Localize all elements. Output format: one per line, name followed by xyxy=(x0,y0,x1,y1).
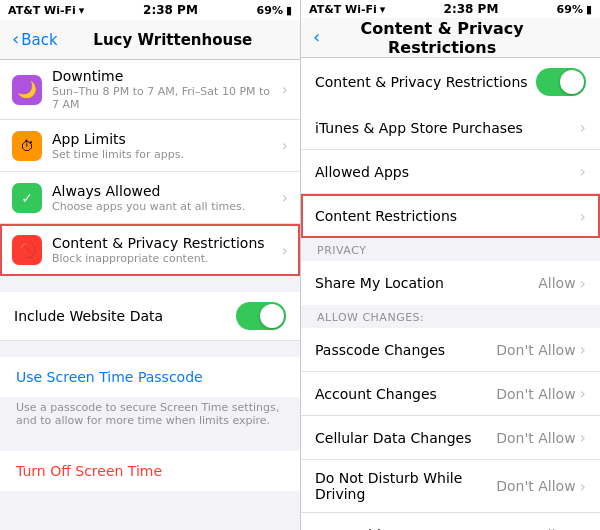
right-nav-bar: ‹ Content & Privacy Restrictions xyxy=(301,18,600,58)
left-time: 2:38 PM xyxy=(143,3,198,17)
always-allowed-icon: ✓ xyxy=(12,183,42,213)
right-wifi-icon: ▾ xyxy=(380,3,386,16)
passcode-description: Use a passcode to secure Screen Time set… xyxy=(0,397,300,435)
content-privacy-subtitle: Block inappropriate content. xyxy=(52,252,276,265)
left-status-right: 69% ▮ xyxy=(257,4,292,17)
passcode-changes-chevron-icon: › xyxy=(580,340,586,359)
right-back-arrow-icon: ‹ xyxy=(313,28,320,46)
account-changes-row[interactable]: Account Changes Don't Allow › xyxy=(301,372,600,416)
share-location-row[interactable]: Share My Location Allow › xyxy=(301,261,600,305)
allowed-apps-row[interactable]: Allowed Apps › xyxy=(301,150,600,194)
share-location-chevron-icon: › xyxy=(580,274,586,293)
allow-changes-header: ALLOW CHANGES: xyxy=(301,305,600,328)
right-time: 2:38 PM xyxy=(444,2,499,16)
spacer3 xyxy=(0,435,300,451)
do-not-disturb-label: Do Not Disturb While Driving xyxy=(315,470,496,502)
cellular-data-value: Don't Allow xyxy=(496,430,575,446)
content-privacy-toggle[interactable] xyxy=(536,68,586,96)
allowed-apps-label: Allowed Apps xyxy=(315,164,580,180)
left-panel: AT&T Wi-Fi ▾ 2:38 PM 69% ▮ ‹ Back Lucy W… xyxy=(0,0,300,530)
left-back-button[interactable]: ‹ Back xyxy=(12,31,58,49)
content-restrictions-chevron-icon: › xyxy=(580,207,586,226)
always-allowed-content: Always Allowed Choose apps you want at a… xyxy=(52,183,276,213)
right-status-bar: AT&T Wi-Fi ▾ 2:38 PM 69% ▮ xyxy=(301,0,600,18)
downtime-subtitle: Sun–Thu 8 PM to 7 AM, Fri–Sat 10 PM to 7… xyxy=(52,85,276,111)
passcode-changes-value: Don't Allow xyxy=(496,342,575,358)
right-battery: 69% xyxy=(557,3,583,16)
right-back-button[interactable]: ‹ xyxy=(313,29,320,46)
app-limits-content: App Limits Set time limits for apps. xyxy=(52,131,276,161)
include-website-thumb xyxy=(260,304,284,328)
account-changes-label: Account Changes xyxy=(315,386,496,402)
left-back-label[interactable]: Back xyxy=(21,31,57,49)
content-privacy-toggle-row[interactable]: Content & Privacy Restrictions xyxy=(301,58,600,106)
app-limits-title: App Limits xyxy=(52,131,276,147)
right-top-toggle-section: Content & Privacy Restrictions xyxy=(301,58,600,106)
app-limits-icon: ⏱ xyxy=(12,131,42,161)
include-website-data-row[interactable]: Include Website Data xyxy=(0,292,300,341)
itunes-purchases-label: iTunes & App Store Purchases xyxy=(315,120,580,136)
left-wifi-icon: ▾ xyxy=(79,4,85,17)
left-status-left: AT&T Wi-Fi ▾ xyxy=(8,4,84,17)
always-allowed-row[interactable]: ✓ Always Allowed Choose apps you want at… xyxy=(0,172,300,224)
right-carrier: AT&T Wi-Fi xyxy=(309,3,377,16)
turn-off-link[interactable]: Turn Off Screen Time xyxy=(0,451,300,491)
app-limits-chevron-icon: › xyxy=(282,136,288,155)
left-battery-icon: ▮ xyxy=(286,4,292,17)
privacy-header: PRIVACY xyxy=(301,238,600,261)
cellular-data-row[interactable]: Cellular Data Changes Don't Allow › xyxy=(301,416,600,460)
tv-provider-chevron-icon: › xyxy=(580,526,586,531)
passcode-changes-row[interactable]: Passcode Changes Don't Allow › xyxy=(301,328,600,372)
downtime-title: Downtime xyxy=(52,68,276,84)
right-nav-title: Content & Privacy Restrictions xyxy=(320,19,564,57)
include-website-toggle[interactable] xyxy=(236,302,286,330)
do-not-disturb-value: Don't Allow xyxy=(496,478,575,494)
app-limits-subtitle: Set time limits for apps. xyxy=(52,148,276,161)
allowed-apps-chevron-icon: › xyxy=(580,162,586,181)
content-restrictions-row[interactable]: Content Restrictions › xyxy=(301,194,600,238)
right-battery-icon: ▮ xyxy=(586,3,592,16)
left-battery: 69% xyxy=(257,4,283,17)
content-privacy-thumb xyxy=(560,70,584,94)
itunes-purchases-row[interactable]: iTunes & App Store Purchases › xyxy=(301,106,600,150)
right-allow-changes-section: Passcode Changes Don't Allow › Account C… xyxy=(301,328,600,530)
right-status-left: AT&T Wi-Fi ▾ xyxy=(309,3,385,16)
always-allowed-chevron-icon: › xyxy=(282,188,288,207)
right-panel: AT&T Wi-Fi ▾ 2:38 PM 69% ▮ ‹ Content & P… xyxy=(300,0,600,530)
spacer1 xyxy=(0,276,300,292)
share-location-value: Allow xyxy=(538,275,575,291)
app-limits-row[interactable]: ⏱ App Limits Set time limits for apps. › xyxy=(0,120,300,172)
tv-provider-row[interactable]: TV Provider Don't Allow › xyxy=(301,513,600,530)
content-restrictions-label: Content Restrictions xyxy=(315,208,580,224)
content-privacy-toggle-label: Content & Privacy Restrictions xyxy=(315,74,536,90)
content-privacy-chevron-icon: › xyxy=(282,241,288,260)
left-status-bar: AT&T Wi-Fi ▾ 2:38 PM 69% ▮ xyxy=(0,0,300,20)
itunes-purchases-chevron-icon: › xyxy=(580,118,586,137)
do-not-disturb-row[interactable]: Do Not Disturb While Driving Don't Allow… xyxy=(301,460,600,513)
right-status-right: 69% ▮ xyxy=(557,3,592,16)
share-location-label: Share My Location xyxy=(315,275,538,291)
always-allowed-title: Always Allowed xyxy=(52,183,276,199)
right-privacy-section: Share My Location Allow › xyxy=(301,261,600,305)
content-privacy-icon: 🚫 xyxy=(12,235,42,265)
content-privacy-title: Content & Privacy Restrictions xyxy=(52,235,276,251)
content-privacy-content: Content & Privacy Restrictions Block ina… xyxy=(52,235,276,265)
left-nav-title: Lucy Writtenhouse xyxy=(58,31,288,49)
right-main-section: iTunes & App Store Purchases › Allowed A… xyxy=(301,106,600,238)
content-privacy-row[interactable]: 🚫 Content & Privacy Restrictions Block i… xyxy=(0,224,300,276)
left-carrier: AT&T Wi-Fi xyxy=(8,4,76,17)
do-not-disturb-chevron-icon: › xyxy=(580,477,586,496)
left-back-arrow-icon: ‹ xyxy=(12,30,19,48)
cellular-data-chevron-icon: › xyxy=(580,428,586,447)
include-website-label: Include Website Data xyxy=(14,308,236,324)
passcode-changes-label: Passcode Changes xyxy=(315,342,496,358)
downtime-icon: 🌙 xyxy=(12,75,42,105)
left-nav-bar: ‹ Back Lucy Writtenhouse xyxy=(0,20,300,60)
always-allowed-subtitle: Choose apps you want at all times. xyxy=(52,200,276,213)
account-changes-chevron-icon: › xyxy=(580,384,586,403)
downtime-chevron-icon: › xyxy=(282,80,288,99)
downtime-row[interactable]: 🌙 Downtime Sun–Thu 8 PM to 7 AM, Fri–Sat… xyxy=(0,60,300,120)
use-passcode-link[interactable]: Use Screen Time Passcode xyxy=(0,357,300,397)
downtime-content: Downtime Sun–Thu 8 PM to 7 AM, Fri–Sat 1… xyxy=(52,68,276,111)
account-changes-value: Don't Allow xyxy=(496,386,575,402)
